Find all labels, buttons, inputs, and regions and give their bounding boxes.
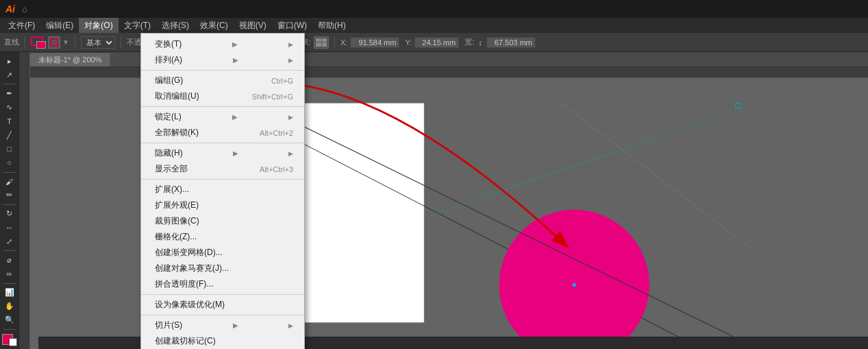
- menu-view[interactable]: 视图(V): [234, 18, 272, 33]
- mode-label: 直线: [4, 37, 19, 47]
- menu-rasterize[interactable]: 栅格化(Z)...: [141, 229, 304, 245]
- divider-3: [141, 143, 304, 143]
- menu-group[interactable]: 编组(G) Ctrl+G: [141, 73, 304, 88]
- paintbrush-tool[interactable]: 🖌: [2, 175, 17, 187]
- menu-select[interactable]: 选择(S): [156, 18, 195, 33]
- chart-tool[interactable]: 📊: [2, 286, 17, 298]
- ellipse-tool[interactable]: ○: [2, 156, 17, 169]
- type-tool[interactable]: T: [2, 115, 17, 128]
- toolbar-sep-6: [334, 36, 335, 49]
- tools-panel: ▸ ↗ ✒ ∿ T ╱ □ ○ 🖌 ✏ ↻ ↔ ⤢ ⌀ ∞ 📊 ✋ 🔍: [0, 52, 19, 349]
- menu-unlock-all[interactable]: 全部解锁(K) Alt+Ctrl+2: [141, 125, 304, 141]
- width-link-icon: ↕: [478, 38, 482, 47]
- tool-sep-3: [3, 204, 16, 205]
- dropdown-menu: 变换(T) ▶ 排列(A) ▶ 编组(G) Ctrl+G 取消编组(U) Shi…: [140, 33, 305, 349]
- rotate-tool[interactable]: ↻: [2, 208, 17, 220]
- divider-4: [141, 179, 304, 180]
- menu-transform[interactable]: 变换(T) ▶: [141, 36, 304, 52]
- tool-sep-2: [3, 172, 16, 173]
- menu-text[interactable]: 文字(T): [119, 18, 156, 33]
- title-bar: Ai ⌂: [0, 0, 868, 18]
- stroke-color-swatch[interactable]: [31, 36, 46, 49]
- color-boxes[interactable]: [2, 334, 17, 346]
- menu-effect[interactable]: 效果(C): [195, 18, 234, 33]
- menu-crop-image[interactable]: 裁剪图像(C): [141, 213, 304, 229]
- y-input[interactable]: [414, 37, 459, 48]
- stroke-dropdown[interactable]: ▼: [62, 38, 69, 46]
- svg-rect-0: [51, 39, 58, 46]
- menu-lock[interactable]: 锁定(L) ▶: [141, 109, 304, 125]
- pencil-tool[interactable]: ✏: [2, 189, 17, 202]
- menu-hide[interactable]: 隐藏(H) ▶: [141, 145, 304, 161]
- ruler-left: [19, 52, 30, 349]
- menu-edit[interactable]: 编辑(E): [40, 18, 79, 33]
- curvature-tool[interactable]: ∿: [2, 101, 17, 113]
- width-input[interactable]: [486, 37, 536, 48]
- menu-window[interactable]: 窗口(W): [272, 18, 312, 33]
- selection-tool[interactable]: ▸: [2, 55, 17, 67]
- menu-create-trim-marks[interactable]: 创建裁切标记(C): [141, 333, 304, 349]
- menu-file[interactable]: 文件(F): [3, 18, 40, 33]
- tool-sep-6: [3, 329, 16, 330]
- direct-select-tool[interactable]: ↗: [2, 69, 17, 81]
- divider-6: [141, 315, 304, 315]
- mode-select[interactable]: 基本: [81, 36, 115, 49]
- toolbar-sep-1: [25, 36, 25, 49]
- x-input[interactable]: [350, 37, 399, 48]
- ai-logo: Ai: [5, 3, 15, 14]
- zoom-tool[interactable]: 🔍: [2, 314, 17, 326]
- menu-show-all[interactable]: 显示全部 Alt+Ctrl+3: [141, 161, 304, 177]
- tool-sep-5: [3, 283, 16, 284]
- scale-tool[interactable]: ⤢: [2, 235, 17, 248]
- canvas-tab[interactable]: 未标题-1* @ 200%: [30, 53, 110, 67]
- blend-tool[interactable]: ∞: [2, 267, 17, 280]
- menu-create-object-mosaic[interactable]: 创建对象马赛克(J)...: [141, 261, 304, 276]
- divider-5: [141, 294, 304, 295]
- menu-bar: 文件(F) 编辑(E) 对象(O) 文字(T) 选择(S) 效果(C) 视图(V…: [0, 18, 868, 33]
- divider-1: [141, 70, 304, 71]
- fill-options-btn[interactable]: [48, 36, 60, 49]
- pen-tool[interactable]: ✒: [2, 87, 17, 99]
- menu-slice[interactable]: 切片(S) ▶: [141, 317, 304, 333]
- shape-icon[interactable]: [314, 36, 329, 49]
- svg-point-7: [572, 283, 575, 287]
- line-tool[interactable]: ╱: [2, 129, 17, 141]
- menu-object[interactable]: 对象(O): [79, 18, 118, 33]
- y-label: Y:: [405, 38, 412, 47]
- home-icon[interactable]: ⌂: [22, 4, 27, 14]
- toolbar-sep-2: [75, 36, 75, 49]
- rectangle-tool[interactable]: □: [2, 143, 17, 155]
- menu-ungroup[interactable]: 取消编组(U) Shift+Ctrl+G: [141, 88, 304, 104]
- menu-create-gradient-mesh[interactable]: 创建渐变网格(D)...: [141, 245, 304, 261]
- toolbar-sep-3: [121, 36, 121, 49]
- tool-sep-1: [3, 84, 16, 84]
- warp-tool[interactable]: ⌀: [2, 254, 17, 266]
- menu-expand[interactable]: 扩展(X)...: [141, 182, 304, 197]
- menu-flatten-transparency[interactable]: 拼合透明度(F)...: [141, 276, 304, 292]
- reflect-tool[interactable]: ↔: [2, 221, 17, 234]
- main-area: ▸ ↗ ✒ ∿ T ╱ □ ○ 🖌 ✏ ↻ ↔ ⤢ ⌀ ∞ 📊 ✋ 🔍: [0, 52, 868, 349]
- tool-sep-4: [3, 250, 16, 251]
- toolbar: 直线 ▼ 基本 不透明度: 样式: ▼ 形状: X: [0, 33, 868, 52]
- x-label: X:: [340, 38, 347, 47]
- width-label: 宽:: [464, 37, 474, 47]
- menu-help[interactable]: 帮助(H): [312, 18, 351, 33]
- menu-expand-appearance[interactable]: 扩展外观(E): [141, 197, 304, 213]
- divider-2: [141, 106, 304, 107]
- hand-tool[interactable]: ✋: [2, 300, 17, 313]
- menu-arrange[interactable]: 排列(A) ▶: [141, 52, 304, 68]
- menu-pixel-perfect[interactable]: 设为像素级优化(M): [141, 297, 304, 313]
